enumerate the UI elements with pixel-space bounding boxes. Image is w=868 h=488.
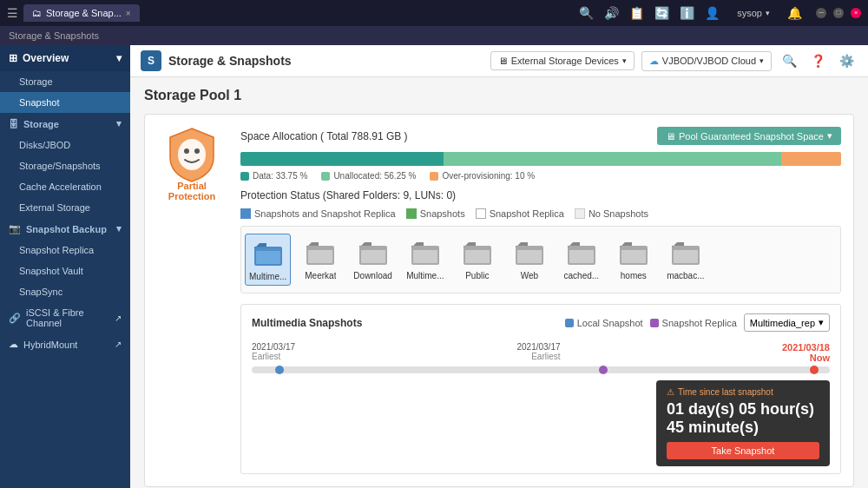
snapshot-legend: Snapshots and Snapshot Replica Snapshots… bbox=[240, 208, 841, 219]
sidebar-item-snapshot-vault[interactable]: Snapshot Vault bbox=[0, 260, 130, 281]
snapshots-legend-box bbox=[406, 208, 417, 219]
folder-icon-multimedia2 bbox=[410, 237, 441, 268]
svg-rect-20 bbox=[517, 247, 542, 250]
sidebar-hybridmount-label: HybridMount bbox=[23, 340, 77, 350]
user-icon[interactable]: 👤 bbox=[705, 6, 720, 20]
sidebar-overview-header[interactable]: ⊞ Overview ▾ bbox=[0, 45, 130, 71]
timeline-bar[interactable] bbox=[252, 366, 830, 373]
vjbod-dropdown[interactable]: ☁ VJBOD/VJBOD Cloud ▾ bbox=[641, 51, 772, 71]
tooltip-warning-text: Time since last snapshot bbox=[678, 387, 773, 397]
header-search-button[interactable]: 🔍 bbox=[779, 50, 800, 71]
sync-icon[interactable]: 🔄 bbox=[654, 6, 669, 20]
vjbod-label: VJBOD/VJBOD Cloud bbox=[662, 56, 756, 66]
svg-point-2 bbox=[194, 148, 200, 154]
external-storage-dropdown[interactable]: 🖥 External Storage Devices ▾ bbox=[490, 51, 635, 70]
unallocated-bar-segment bbox=[444, 152, 781, 166]
folder-icon-multimedia bbox=[253, 238, 284, 269]
sidebar-item-iscsi[interactable]: 🔗 iSCSI & Fibre Channel ↗ bbox=[0, 302, 130, 333]
sidebar-item-snapsync[interactable]: SnapSync bbox=[0, 281, 130, 302]
sidebar-item-snapshot[interactable]: Snapshot bbox=[0, 92, 130, 113]
sidebar-item-storage-snapshots[interactable]: Storage/Snapshots bbox=[0, 155, 130, 176]
data-bar-segment bbox=[240, 152, 444, 166]
hamburger-icon[interactable]: ☰ bbox=[7, 6, 18, 20]
snapshots-legend-label: Snapshots bbox=[420, 208, 465, 219]
sidebar-snapshot-backup-header[interactable]: 📷 Snapshot Backup ▾ bbox=[0, 218, 130, 240]
page-title: Storage Pool 1 bbox=[144, 88, 854, 103]
sidebar-item-snapshot-replica[interactable]: Snapshot Replica bbox=[0, 240, 130, 260]
header-help-button[interactable]: ❓ bbox=[807, 50, 829, 71]
external-storage-chevron-icon: ▾ bbox=[622, 56, 627, 65]
folder-item-multimedia2[interactable]: Multime... bbox=[403, 234, 448, 286]
close-button[interactable]: × bbox=[851, 8, 861, 18]
folder-label-3: Multime... bbox=[406, 271, 444, 280]
timeline-area: 2021/03/17 Earliest 2021/03/17 Earliest … bbox=[252, 339, 830, 465]
minimize-button[interactable]: ─ bbox=[816, 8, 826, 18]
timeline-dot-replica bbox=[599, 366, 608, 374]
pool-card: Partial Protection Space Allocation ( To… bbox=[144, 114, 854, 487]
folder-icon-cached bbox=[566, 237, 597, 268]
sidebar-item-cache-acceleration[interactable]: Cache Acceleration bbox=[0, 176, 130, 197]
app-bar: Storage & Snapshots bbox=[0, 26, 868, 45]
folder-label-1: Meerkat bbox=[305, 271, 336, 280]
replica-dropdown[interactable]: Multimedia_rep ▾ bbox=[744, 313, 830, 332]
app-title: Storage & Snapshots bbox=[168, 54, 292, 68]
maximize-button[interactable]: □ bbox=[833, 8, 844, 18]
replica-earliest-label: Earliest bbox=[516, 352, 560, 361]
clipboard-icon[interactable]: 📋 bbox=[629, 6, 644, 20]
folder-item-macbac[interactable]: macbac... bbox=[663, 234, 708, 286]
notifications-icon[interactable]: 🔔 bbox=[787, 6, 802, 20]
replica-dropdown-chevron-icon: ▾ bbox=[819, 317, 824, 328]
tooltip-time-text: 01 day(s) 05 hour(s) 45 minute(s) bbox=[667, 400, 819, 437]
volume-icon[interactable]: 🔊 bbox=[604, 6, 619, 20]
replica-dropdown-value: Multimedia_rep bbox=[750, 318, 815, 328]
sidebar: ⊞ Overview ▾ Storage Snapshot 🗄 Storage … bbox=[0, 45, 130, 488]
pool-snapshot-chevron-icon: ▾ bbox=[827, 130, 832, 142]
search-icon[interactable]: 🔍 bbox=[579, 6, 594, 20]
folder-label-8: macbac... bbox=[667, 271, 704, 280]
external-storage-label: External Storage Devices bbox=[511, 56, 619, 66]
tab-close-icon[interactable]: × bbox=[126, 9, 131, 18]
take-snapshot-button[interactable]: Take Snapshot bbox=[667, 442, 819, 459]
folder-label-7: homes bbox=[621, 271, 647, 280]
monitor-icon: 🖥 bbox=[666, 131, 675, 142]
folder-item-meerkat[interactable]: Meerkat bbox=[298, 234, 343, 286]
shield-icon bbox=[166, 127, 218, 179]
main-content: Storage Pool 1 bbox=[130, 77, 868, 488]
data-pct-label: Data: 33.75 % bbox=[253, 171, 307, 181]
snapshot-backup-chevron-icon: ▾ bbox=[116, 223, 122, 234]
folder-icon-macbac bbox=[670, 237, 701, 268]
pool-snapshot-space-button[interactable]: 🖥 Pool Guaranteed Snapshot Space ▾ bbox=[657, 127, 841, 145]
local-earliest-label: Earliest bbox=[252, 352, 295, 361]
vjbod-chevron-icon: ▾ bbox=[760, 56, 764, 65]
folder-item-cached[interactable]: cached... bbox=[559, 234, 604, 286]
username-label: sysop bbox=[737, 8, 762, 18]
sidebar-item-external-storage[interactable]: External Storage bbox=[0, 197, 130, 218]
user-chevron-icon[interactable]: ▾ bbox=[766, 9, 770, 17]
info-icon[interactable]: ℹ️ bbox=[680, 6, 694, 20]
sidebar-storage-header[interactable]: 🗄 Storage ▾ bbox=[0, 113, 130, 135]
svg-point-1 bbox=[184, 148, 189, 154]
folder-item-multimedia[interactable]: Multime... bbox=[245, 234, 291, 286]
svg-rect-5 bbox=[256, 248, 280, 251]
timeline-dot-current bbox=[810, 366, 819, 374]
sidebar-item-disks-jbod[interactable]: Disks/JBOD bbox=[0, 135, 130, 155]
folder-item-public[interactable]: Public bbox=[455, 234, 500, 286]
multimedia-section: Multimedia Snapshots Local Snapshot Snap… bbox=[240, 304, 841, 474]
sidebar-item-hybridmount[interactable]: ☁ HybridMount ↗ bbox=[0, 333, 130, 355]
protection-title: Partial Protection bbox=[157, 181, 227, 201]
svg-rect-14 bbox=[413, 247, 437, 250]
svg-rect-17 bbox=[465, 247, 490, 250]
header-settings-button[interactable]: ⚙️ bbox=[836, 50, 858, 71]
progress-bar bbox=[240, 152, 841, 166]
data-legend-dot bbox=[240, 172, 249, 181]
overview-chevron-icon: ▾ bbox=[116, 52, 122, 64]
vjbod-icon: ☁ bbox=[649, 56, 659, 67]
folder-item-homes[interactable]: homes bbox=[611, 234, 656, 286]
content-area: S Storage & Snapshots 🖥 External Storage… bbox=[130, 45, 868, 488]
sidebar-item-storage[interactable]: Storage bbox=[0, 71, 130, 92]
snapshot-replica-label: Snapshot Replica bbox=[650, 318, 737, 328]
folder-item-download[interactable]: Download bbox=[350, 234, 395, 286]
folder-item-web[interactable]: Web bbox=[507, 234, 552, 286]
progress-legend: Data: 33.75 % Unallocated: 56.25 % Over-… bbox=[240, 171, 841, 181]
app-tab[interactable]: 🗂 Storage & Snap... × bbox=[23, 4, 140, 22]
